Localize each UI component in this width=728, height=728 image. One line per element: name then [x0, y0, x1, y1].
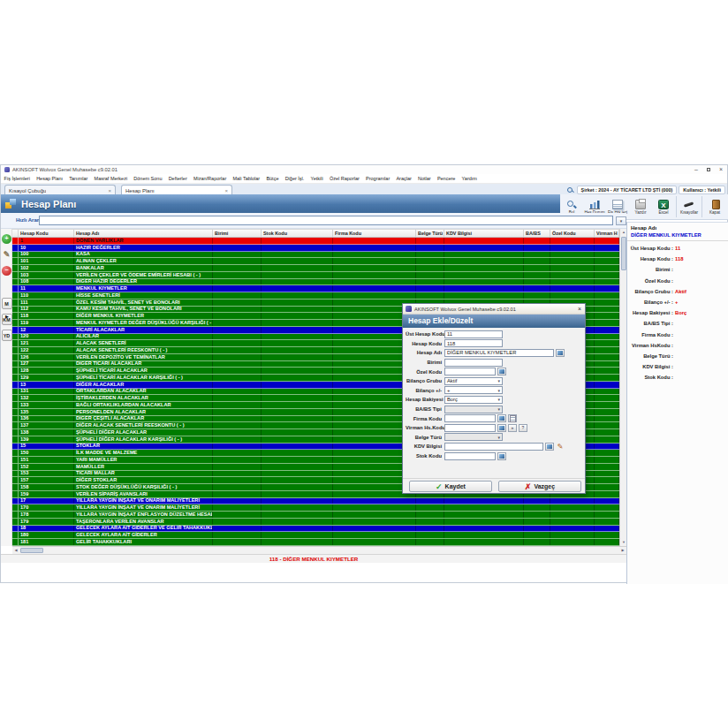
document-icon[interactable]	[508, 414, 517, 422]
row-selector	[12, 382, 19, 388]
column-header-firma-kodu[interactable]: Firma Kodu	[333, 230, 416, 237]
horizontal-scroll-thumb[interactable]	[20, 548, 43, 553]
edit-icon[interactable]: ✎	[2, 250, 11, 260]
lookup-icon[interactable]	[545, 443, 554, 451]
table-row[interactable]: 18GELECEK AYLARA AİT GİDERLER VE GELİR T…	[12, 526, 619, 533]
add-icon[interactable]: +	[2, 234, 11, 244]
menu-item-mali-tablolar[interactable]: Mali Tablolar	[230, 176, 263, 181]
menu-item-pencere[interactable]: Pencere	[434, 176, 459, 181]
table-row[interactable]: 10HAZIR DEĞERLER	[12, 245, 619, 252]
table-row[interactable]: 103VERİLEN ÇEKLER VE ÖDEME EMİRLERİ HESA…	[12, 272, 619, 279]
table-row[interactable]: 110HİSSE SENETLERİ	[12, 292, 619, 300]
save-button[interactable]: ✓ Kaydet	[409, 481, 492, 492]
dialog-input-stok-kodu[interactable]	[444, 452, 496, 460]
toolbar-button-k-sayollar[interactable]: Kısayollar	[678, 195, 701, 219]
cell-hesap-adi: ŞÜPHELİ DİĞER ALACAKLAR KARŞILIĞI ( - )	[74, 436, 213, 443]
column-header-birimi[interactable]: Birimi	[213, 230, 262, 237]
table-row[interactable]: 102BANKALAR	[12, 265, 619, 272]
lookup-icon[interactable]	[497, 368, 506, 375]
dialog-select-belge-t-r[interactable]: ▾	[444, 433, 503, 441]
dialog-input-virman-hs-kodu[interactable]	[444, 424, 496, 432]
search-icon[interactable]	[567, 186, 574, 193]
edit-icon[interactable]: ✎	[556, 443, 565, 451]
toolbar-button-kapat[interactable]: Kapat	[703, 195, 726, 219]
column-header-belge-t-r[interactable]: Belge Türü	[416, 230, 444, 237]
column-header-hesap-kodu[interactable]: Hesap Kodu	[19, 230, 74, 237]
menu-item-tan-mlar[interactable]: Tanımlar	[66, 176, 91, 181]
sidebar-button-m[interactable]: M	[2, 298, 12, 309]
table-row[interactable]: 11MENKUL KIYMETLER	[12, 285, 619, 292]
menu-item-programlar[interactable]: Programlar	[362, 176, 392, 181]
menu-item-mizan-raporlar[interactable]: Mizan/Raporlar	[190, 176, 229, 181]
toolbar-button-yazd-r[interactable]: Yazdır	[629, 195, 652, 219]
menu-item-defterler[interactable]: Defterler	[165, 176, 190, 181]
cell-empty	[595, 484, 619, 490]
delete-icon[interactable]: −	[2, 266, 11, 276]
quick-search-input[interactable]	[39, 216, 613, 225]
table-row[interactable]: 17YILLARA YAYGIN İNŞAAT VE ONARIM MALİYE…	[12, 498, 619, 505]
lookup-icon[interactable]	[497, 414, 506, 422]
column-header-zel-kodu[interactable]: Özel Kodu	[550, 230, 595, 237]
dialog-input-kdv-bilgisi[interactable]	[444, 443, 543, 451]
menu-item-notlar[interactable]: Notlar	[414, 176, 434, 181]
dialog-input-birimi[interactable]	[444, 359, 503, 367]
menu-item-b-t-e[interactable]: Bütçe	[263, 176, 282, 181]
cell-hesap-adi: KASA	[74, 252, 213, 258]
table-row[interactable]: 108DİĞER HAZIR DEĞERLER	[12, 279, 619, 286]
menu-item-yetkili[interactable]: Yetkili	[307, 176, 326, 181]
column-header-kdv-bilgisi[interactable]: KDV Bilgisi	[444, 230, 524, 237]
menu-item-fi-i-lemleri[interactable]: Fiş İşlemleri	[1, 176, 34, 181]
vertical-scrollbar[interactable]: ▲ ▼	[619, 229, 626, 546]
menu-item-d-nem-sonu[interactable]: Dönem Sonu	[131, 176, 165, 181]
table-row[interactable]: 178YILLARA YAYGIN İNŞAAT ENFLASYON DÜZEL…	[12, 512, 619, 519]
dialog-input-firma-kodu[interactable]	[444, 414, 496, 422]
dialog-select-bilan-o-grubu[interactable]: Aktif▾	[444, 377, 503, 385]
lookup-icon[interactable]	[497, 452, 506, 460]
scroll-right-icon[interactable]: ▶	[619, 547, 626, 554]
dialog-select-hesap-bakiyesi[interactable]: Borç▾	[444, 396, 503, 404]
dialog-input-hesap-kodu[interactable]	[444, 339, 503, 347]
cell-hesap-adi: ALINAN ÇEKLER	[74, 258, 213, 264]
chevron-down-icon[interactable]: ▾	[616, 216, 626, 225]
close-icon[interactable]: ×	[224, 188, 228, 193]
company-selector[interactable]: Şirket : 2024 - AY TİCARET LTD ŞTİ (000)	[577, 186, 678, 194]
table-row[interactable]: 1DÖNEN VARLIKLAR	[12, 238, 619, 245]
minimize-icon[interactable]	[690, 165, 702, 174]
close-icon[interactable]: ×	[578, 306, 581, 312]
maximize-icon[interactable]	[702, 165, 715, 174]
cancel-button[interactable]: ✗ Vazgeç	[498, 481, 581, 492]
column-header-hesap-ad[interactable]: Hesap Adı	[74, 230, 213, 237]
table-row[interactable]: 181GELİR TAHAKKUKLARI	[12, 539, 619, 546]
dialog-select-ba-bs-tipi[interactable]: ▾	[444, 406, 503, 413]
column-header-stok-kodu[interactable]: Stok Kodu	[262, 230, 333, 237]
close-icon[interactable]	[715, 165, 727, 174]
menu-item-zel-raporlar[interactable]: Özel Raporlar	[326, 176, 362, 181]
dialog-select-bilan-o[interactable]: +▾	[444, 386, 503, 394]
column-header-ba-bs[interactable]: BA/BS	[524, 230, 550, 237]
table-row[interactable]: 100KASA	[12, 252, 619, 259]
menu-item-masraf-merkezi[interactable]: Masraf Merkezi	[91, 176, 131, 181]
translate-icon[interactable]	[556, 349, 565, 357]
dialog-input-hesap-ad[interactable]	[444, 349, 554, 357]
help-icon[interactable]: ?	[519, 424, 527, 432]
row-selector	[12, 368, 19, 374]
menu-item-di-er-i-l[interactable]: Diğer İşl.	[282, 176, 307, 181]
table-row[interactable]: 170YILLARA YAYGIN İNŞAAT VE ONARIM MALİY…	[12, 504, 619, 512]
menu-item-hesap-plan[interactable]: Hesap Planı	[34, 176, 66, 181]
forward-icon[interactable]: »	[508, 424, 517, 432]
menu-item-yard-m[interactable]: Yardım	[459, 176, 481, 181]
table-row[interactable]: 179TAŞERONLARA VERİLEN AVANSLAR	[12, 519, 619, 526]
toolbar-button-excel[interactable]: Excel	[652, 195, 675, 219]
close-icon[interactable]: ×	[108, 188, 111, 193]
dialog-input-st-hesap-kodu[interactable]	[444, 330, 503, 338]
scroll-left-icon[interactable]: ◀	[12, 547, 19, 554]
dialog-input-zel-kodu[interactable]	[444, 368, 496, 375]
sidebar-button-yd[interactable]: YD	[2, 330, 12, 341]
table-row[interactable]: 180GELECEK AYLARA AİT GİDERLER	[12, 532, 619, 539]
column-header-virman-h[interactable]: Virman H	[595, 230, 619, 237]
cell-empty	[550, 512, 595, 518]
lookup-icon[interactable]	[497, 424, 506, 432]
table-row[interactable]: 101ALINAN ÇEKLER	[12, 258, 619, 265]
menu-item-ara-lar[interactable]: Araçlar	[393, 176, 415, 181]
horizontal-scrollbar[interactable]: ◀ ▶	[12, 546, 626, 554]
